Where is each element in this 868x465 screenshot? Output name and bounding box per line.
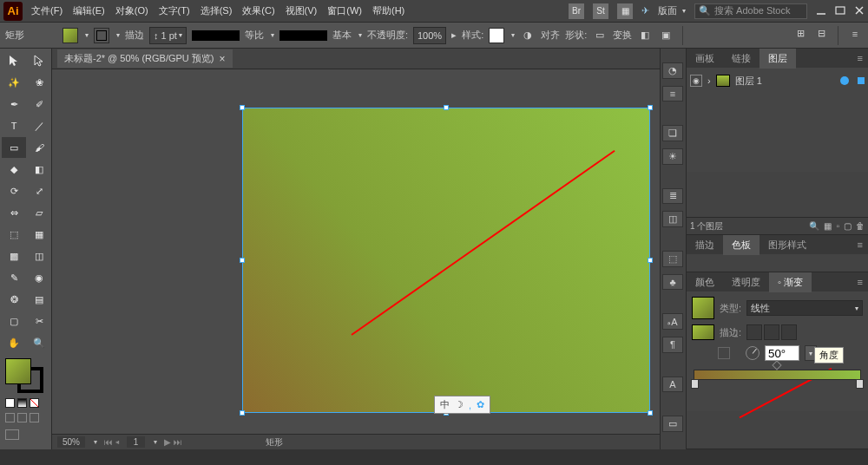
window-maximize[interactable] bbox=[835, 5, 845, 17]
draw-mode-inside[interactable] bbox=[30, 413, 39, 422]
artboard-nav[interactable]: ⏮ ◀ bbox=[104, 437, 120, 447]
draw-mode-normal[interactable] bbox=[5, 413, 15, 422]
layer-target-icon[interactable] bbox=[840, 76, 849, 85]
shape-label[interactable]: 形状: bbox=[565, 29, 587, 42]
gradient-color-stop-left[interactable] bbox=[691, 379, 699, 389]
gradient-tool[interactable]: ◫ bbox=[27, 246, 51, 266]
window-close[interactable] bbox=[854, 5, 865, 17]
dock-transform-icon[interactable]: ⬚ bbox=[662, 251, 683, 267]
fill-color[interactable] bbox=[5, 358, 31, 384]
artboard-tool[interactable]: ▢ bbox=[2, 311, 26, 331]
dock-doc-icon[interactable]: ▭ bbox=[662, 416, 683, 432]
type-tool[interactable]: T bbox=[2, 115, 26, 136]
draw-mode-behind[interactable] bbox=[17, 413, 27, 422]
menu-help[interactable]: 帮助(H) bbox=[372, 4, 404, 17]
tab-gradient[interactable]: ◦ 渐变 bbox=[769, 272, 812, 292]
dock-pathfinder-icon[interactable]: ◫ bbox=[662, 211, 683, 227]
screen-mode-icon[interactable] bbox=[5, 429, 19, 440]
isolate-icon[interactable]: ◧ bbox=[637, 28, 653, 43]
make-clipping-icon[interactable]: ▦ bbox=[824, 221, 832, 231]
menu-select[interactable]: 选择(S) bbox=[201, 4, 233, 17]
dock-libraries-icon[interactable]: ≡ bbox=[662, 86, 683, 102]
dock-appearance-icon[interactable]: ♣ bbox=[662, 274, 683, 291]
rocket-icon[interactable]: ✈ bbox=[641, 5, 649, 16]
angle-input[interactable] bbox=[765, 345, 799, 361]
opacity-label[interactable]: 不透明度: bbox=[367, 29, 408, 42]
gradient-opacity-stop[interactable] bbox=[772, 360, 781, 370]
layer-row[interactable]: ◉ › 图层 1 bbox=[687, 71, 868, 90]
artboard-nav-fwd[interactable]: ▶ ⏭ bbox=[164, 437, 182, 447]
paintbrush-tool[interactable]: 🖌 bbox=[27, 137, 51, 158]
gradient-preview[interactable] bbox=[692, 297, 714, 319]
selected-rectangle[interactable] bbox=[243, 108, 649, 412]
gradient-stroke-modes[interactable] bbox=[746, 324, 797, 340]
transform-label[interactable]: 变换 bbox=[613, 29, 632, 42]
tab-layers[interactable]: 图层 bbox=[760, 49, 796, 69]
magic-wand-tool[interactable]: ✨ bbox=[2, 72, 26, 93]
free-transform-tool[interactable]: ▱ bbox=[27, 202, 51, 223]
color-gradient-icon[interactable] bbox=[17, 398, 27, 408]
dock-para-icon[interactable]: ¶ bbox=[662, 337, 683, 353]
line-tool[interactable]: ／ bbox=[27, 115, 51, 136]
dock-brushes-icon[interactable]: ❏ bbox=[662, 125, 683, 141]
layers-panel-menu-icon[interactable]: ≡ bbox=[852, 53, 868, 63]
fill-swatch[interactable] bbox=[62, 28, 78, 43]
blend-tool[interactable]: ◉ bbox=[27, 267, 51, 288]
swatches-panel-menu-icon[interactable]: ≡ bbox=[852, 239, 868, 250]
tab-graphic-styles[interactable]: 图形样式 bbox=[760, 235, 815, 255]
dock-glyph-icon[interactable]: A bbox=[662, 377, 683, 393]
graphic-style-swatch[interactable] bbox=[489, 28, 504, 43]
new-sublayer-icon[interactable]: ▫ bbox=[836, 221, 839, 231]
opacity-input[interactable]: 100% bbox=[413, 27, 446, 44]
artboard-number[interactable]: 1 bbox=[127, 436, 146, 448]
zoom-level[interactable]: 50% bbox=[57, 436, 85, 448]
document-tab[interactable]: 未标题-2* @ 50% (RGB/GPU 预览) × bbox=[57, 49, 233, 68]
menu-text[interactable]: 文字(T) bbox=[159, 4, 190, 17]
tab-transparency[interactable]: 透明度 bbox=[723, 272, 769, 292]
menu-edit[interactable]: 编辑(E) bbox=[73, 4, 105, 17]
angle-widget[interactable] bbox=[746, 346, 760, 360]
dock-align-icon[interactable]: ≣ bbox=[662, 188, 683, 205]
eraser-tool[interactable]: ◧ bbox=[27, 159, 51, 180]
tab-artboards[interactable]: 画板 bbox=[687, 49, 723, 69]
dock-properties-icon[interactable]: ◔ bbox=[662, 62, 683, 79]
menu-window[interactable]: 窗口(W) bbox=[327, 4, 362, 17]
curvature-tool[interactable]: ✐ bbox=[27, 94, 51, 115]
tab-stroke[interactable]: 描边 bbox=[687, 235, 723, 255]
stroke-swatch[interactable] bbox=[94, 28, 109, 43]
shape-builder-tool[interactable]: ⬚ bbox=[2, 224, 26, 245]
layer-name[interactable]: 图层 1 bbox=[735, 75, 762, 88]
lasso-tool[interactable]: ❀ bbox=[27, 72, 51, 93]
rotate-tool[interactable]: ⟳ bbox=[2, 180, 26, 201]
tab-close-icon[interactable]: × bbox=[220, 53, 226, 65]
panel-menu-icon[interactable]: ≡ bbox=[847, 26, 863, 42]
stroke-weight-input[interactable]: ↕ 1 pt▾ bbox=[149, 27, 187, 44]
column-graph-tool[interactable]: ▤ bbox=[27, 289, 51, 310]
color-none-icon[interactable] bbox=[30, 398, 39, 408]
selection-tool[interactable] bbox=[2, 50, 26, 71]
stroke-profile[interactable] bbox=[192, 30, 240, 41]
tab-links[interactable]: 链接 bbox=[723, 49, 760, 69]
stock-icon[interactable]: St bbox=[593, 3, 608, 19]
float-icon-4[interactable]: ✿ bbox=[477, 399, 484, 410]
extra-option-2[interactable]: ⊟ bbox=[813, 26, 829, 42]
mesh-tool[interactable]: ▩ bbox=[2, 246, 26, 266]
gradient-type-select[interactable]: 线性▾ bbox=[746, 300, 863, 316]
pen-tool[interactable]: ✒ bbox=[2, 94, 26, 115]
width-tool[interactable]: ⇔ bbox=[2, 202, 26, 223]
eyedropper-tool[interactable]: ✎ bbox=[2, 267, 26, 288]
float-icon-1[interactable]: 中 bbox=[440, 398, 450, 411]
canvas[interactable]: 中 ☽ , ✿ bbox=[52, 69, 686, 434]
bridge-icon[interactable]: Br bbox=[569, 3, 584, 19]
workspace-switcher[interactable]: 版面▾ bbox=[658, 4, 686, 17]
floating-toolbar[interactable]: 中 ☽ , ✿ bbox=[434, 396, 490, 414]
window-minimize[interactable] bbox=[816, 5, 826, 17]
tab-swatches[interactable]: 色板 bbox=[723, 235, 760, 255]
stock-search[interactable]: 🔍 搜索 Adobe Stock bbox=[694, 3, 807, 19]
dock-char-icon[interactable]: ₐA bbox=[662, 313, 683, 330]
locate-layer-icon[interactable]: 🔍 bbox=[809, 221, 819, 231]
shaper-tool[interactable]: ◆ bbox=[2, 159, 26, 180]
menu-object[interactable]: 对象(O) bbox=[115, 4, 148, 17]
gradient-panel-menu-icon[interactable]: ≡ bbox=[852, 277, 868, 287]
align-label[interactable]: 对齐 bbox=[541, 29, 560, 42]
